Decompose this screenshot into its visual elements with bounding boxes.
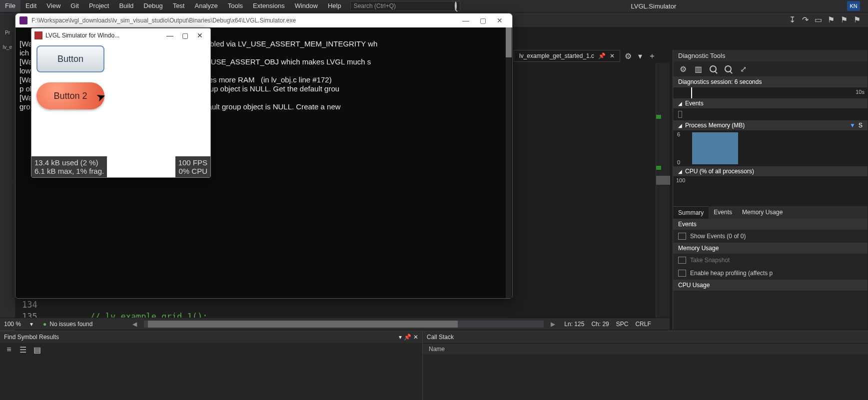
find-symbol-panel: Find Symbol Results ▾ 📌 ✕ ≡ ☰ ▤ — [0, 331, 422, 400]
zoom-level[interactable]: 100 % — [4, 321, 21, 328]
left-tool-2[interactable]: lv_e — [3, 44, 12, 50]
panel-close-icon[interactable]: ✕ — [413, 334, 418, 341]
heap-profiling-row[interactable]: Enable heap profiling (affects p — [673, 267, 868, 280]
diag-section-events[interactable]: ◢Events — [673, 98, 868, 108]
zoom-dropdown-icon[interactable]: ▾ — [30, 321, 33, 328]
mem-filter-label: S — [859, 122, 863, 129]
menu-view[interactable]: View — [41, 0, 65, 12]
user-badge[interactable]: KN — [847, 1, 860, 11]
sim-maximize-button[interactable]: ▢ — [177, 31, 192, 39]
menu-test[interactable]: Test — [168, 0, 190, 12]
diag-section-memory[interactable]: ◢ Process Memory (MB) ▼ S — [673, 120, 868, 130]
diag-zoom-out-icon[interactable] — [723, 64, 733, 74]
diag-tab-events[interactable]: Events — [709, 206, 737, 219]
diag-reset-view-icon[interactable]: ⤢ — [738, 64, 748, 74]
menu-window[interactable]: Window — [290, 0, 323, 12]
console-titlebar[interactable]: F:\Workspace\lvgl_downloads\lv_sim_visua… — [15, 13, 512, 27]
search-placeholder: Search (Ctrl+Q) — [354, 2, 396, 9]
timeline-tick-10s: 10s — [856, 89, 865, 95]
tab-gear-icon[interactable]: ⚙ — [623, 51, 633, 61]
sim-title: LVGL Simulator for Windo... — [45, 32, 162, 39]
bookmark-icon[interactable]: ▭ — [813, 15, 823, 25]
menu-git[interactable]: Git — [65, 0, 84, 12]
console-minimize-button[interactable]: — — [457, 16, 474, 24]
show-events-row[interactable]: Show Events (0 of 0) — [673, 230, 868, 243]
debug-target-label[interactable]: LVGL.Simulator — [626, 2, 681, 10]
collapse-icon: ◢ — [678, 169, 682, 174]
timeline-cursor[interactable] — [691, 87, 692, 98]
quick-search[interactable]: Search (Ctrl+Q) — [350, 1, 460, 11]
take-snapshot-label: Take Snapshot — [690, 257, 730, 264]
group-view-icon[interactable]: ▤ — [32, 345, 42, 355]
panel-dropdown-icon[interactable]: ▾ — [399, 334, 402, 341]
diag-select-tools-icon[interactable]: ▥ — [693, 64, 703, 74]
sim-canvas[interactable]: Button Button 2 ➤ 13.4 kB used (2 %) 6.1… — [31, 42, 210, 177]
menu-help[interactable]: Help — [323, 0, 346, 12]
tab-dropdown-icon[interactable]: ▾ — [635, 51, 645, 61]
tab-get-started[interactable]: lv_example_get_started_1.c 📌 ✕ — [514, 50, 620, 62]
pin-icon[interactable]: 📌 — [598, 52, 606, 59]
nav-right-icon[interactable]: ▶ — [551, 321, 555, 328]
memory-chart[interactable]: 6 0 — [673, 130, 868, 166]
summary-cpu-header: CPU Usage — [673, 280, 868, 291]
sim-button-1[interactable]: Button — [36, 45, 104, 72]
panel-pin-icon[interactable]: 📌 — [404, 334, 411, 341]
cpu-chart[interactable]: 100 — [673, 176, 868, 206]
caret-char: Ch: 29 — [591, 321, 609, 328]
menu-edit[interactable]: Edit — [20, 0, 41, 12]
diag-toolbar: ⚙ ▥ ⤢ — [673, 61, 868, 76]
show-events-label: Show Events (0 of 0) — [690, 233, 746, 240]
mem-filter-icon[interactable]: ▼ — [850, 122, 856, 129]
menu-project[interactable]: Project — [84, 0, 114, 12]
step-over-icon[interactable]: ↷ — [800, 15, 810, 25]
nav-left-icon[interactable]: ◀ — [132, 321, 137, 328]
diag-tab-summary[interactable]: Summary — [673, 206, 709, 219]
diag-section-memory-label: Process Memory (MB) — [685, 122, 745, 129]
editor-hscroll[interactable] — [144, 321, 544, 328]
call-stack-col-name[interactable]: Name — [423, 343, 868, 354]
indent-mode[interactable]: SPC — [616, 321, 629, 328]
flag-icon[interactable]: ⚑ — [826, 15, 836, 25]
flag-prev-icon[interactable]: ⚑ — [852, 15, 862, 25]
menu-file[interactable]: File — [0, 0, 20, 12]
console-scrollbar[interactable] — [506, 27, 512, 298]
tab-add-icon[interactable]: ＋ — [647, 51, 657, 61]
tree-view-icon[interactable]: ☰ — [18, 345, 28, 355]
close-tab-icon[interactable]: ✕ — [610, 52, 615, 59]
menu-tools[interactable]: Tools — [223, 0, 248, 12]
sim-mem-used: 13.4 kB used (2 %) — [34, 158, 104, 167]
sim-status-right: 100 FPS 0% CPU — [175, 156, 210, 177]
sim-titlebar[interactable]: LVGL Simulator for Windo... — ▢ ✕ — [31, 28, 210, 42]
editor-overview-ruler[interactable] — [656, 63, 670, 318]
list-view-icon[interactable]: ≡ — [4, 345, 14, 355]
menu-extensions[interactable]: Extensions — [248, 0, 290, 12]
diag-section-cpu[interactable]: ◢CPU (% of all processors) — [673, 166, 868, 176]
console-maximize-button[interactable]: ▢ — [474, 16, 491, 24]
diag-tabs: Summary Events Memory Usage — [673, 206, 868, 219]
flag-next-icon[interactable]: ⚑ — [839, 15, 849, 25]
menu-analyze[interactable]: Analyze — [189, 0, 222, 12]
sim-minimize-button[interactable]: — — [162, 31, 177, 39]
eol-mode[interactable]: CRLF — [635, 321, 651, 328]
step-into-icon[interactable]: ↧ — [787, 15, 797, 25]
sim-button-2[interactable]: Button 2 — [36, 82, 104, 109]
sim-close-button[interactable]: ✕ — [192, 31, 207, 39]
console-close-button[interactable]: ✕ — [491, 16, 508, 24]
diag-title: Diagnostic Tools — [673, 50, 868, 61]
menu-debug[interactable]: Debug — [138, 0, 167, 12]
diag-tab-memory[interactable]: Memory Usage — [737, 206, 788, 219]
sim-app-icon — [34, 31, 42, 39]
diag-timeline[interactable]: 10s — [673, 87, 868, 98]
menu-build[interactable]: Build — [114, 0, 138, 12]
hscroll-thumb[interactable] — [148, 321, 458, 328]
issues-text[interactable]: No issues found — [49, 321, 92, 328]
console-scroll-thumb[interactable] — [506, 27, 512, 57]
overview-thumb[interactable] — [656, 176, 670, 185]
diag-section-cpu-label: CPU (% of all processors) — [685, 168, 754, 175]
summary-memory-header: Memory Usage — [673, 243, 868, 254]
diag-zoom-in-icon[interactable] — [708, 64, 718, 74]
take-snapshot-row[interactable]: Take Snapshot — [673, 254, 868, 267]
camera-icon — [678, 257, 686, 264]
diag-settings-icon[interactable]: ⚙ — [678, 64, 688, 74]
left-tool-1[interactable]: Pr — [5, 30, 10, 35]
